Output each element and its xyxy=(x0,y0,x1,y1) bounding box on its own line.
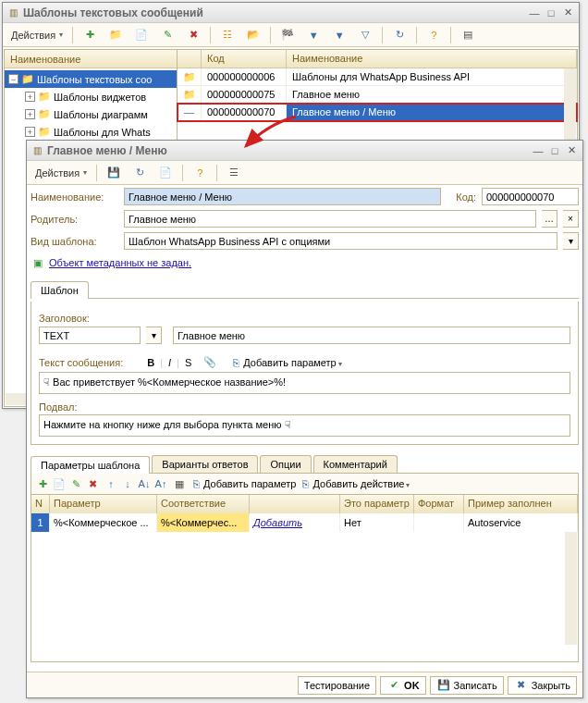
expand-toggle[interactable]: + xyxy=(25,92,35,102)
move-down-button[interactable]: ↓ xyxy=(120,476,135,491)
col-param[interactable]: Параметр xyxy=(50,495,157,513)
param-row[interactable]: 1 %<Коммерческое ... %<Коммерчес... Доба… xyxy=(31,513,578,532)
grid-row[interactable]: 📁000000000075Главное меню xyxy=(178,86,577,104)
filter1-button[interactable]: ▼ xyxy=(301,26,325,44)
help-button[interactable]: ? xyxy=(422,26,446,44)
col-name[interactable]: Наименование xyxy=(287,50,577,68)
move-up-button[interactable]: ↑ xyxy=(104,476,118,491)
save-button[interactable]: 💾Записать xyxy=(430,676,504,695)
tab-template[interactable]: Шаблон xyxy=(31,281,89,299)
add-action-button[interactable]: ⎘Добавить действие▾ xyxy=(298,476,410,491)
col-blank[interactable] xyxy=(250,495,340,513)
subtab[interactable]: Комментарий xyxy=(313,455,398,473)
ptable-v-scroll[interactable] xyxy=(565,532,577,645)
titlebar[interactable]: ▥ Главное меню / Меню — □ ✕ xyxy=(27,141,582,161)
parent-input[interactable]: Главное меню xyxy=(124,210,536,228)
help-button[interactable]: ? xyxy=(188,164,212,182)
cell-fmt[interactable] xyxy=(414,513,464,532)
attach-button[interactable]: 📎 xyxy=(202,355,217,370)
titlebar[interactable]: ▥ Шаблоны текстовых сообщений — □ ✕ xyxy=(3,3,579,23)
row-add-button[interactable]: ✚ xyxy=(35,476,50,491)
type-select[interactable]: Шаблон WhatsApp Business API с опциями xyxy=(124,232,557,250)
folder-icon: 📁 xyxy=(183,87,196,102)
expand-toggle[interactable]: + xyxy=(25,127,35,137)
col-code[interactable]: Код xyxy=(202,50,287,68)
header-type-dd[interactable]: ▾ xyxy=(146,327,162,344)
ok-button[interactable]: ✔OK xyxy=(380,676,426,695)
save-button[interactable]: 💾 xyxy=(102,164,126,182)
subtab[interactable]: Параметры шаблона xyxy=(31,456,150,474)
actions-menu[interactable]: Действия▾ xyxy=(31,164,92,182)
add-param2-button[interactable]: ⎘Добавить параметр xyxy=(189,476,296,491)
expand-toggle[interactable]: + xyxy=(25,109,35,119)
strike-button[interactable]: S xyxy=(185,357,191,368)
edit-button[interactable]: ✎ xyxy=(155,26,179,44)
close-button[interactable]: ✕ xyxy=(564,143,579,158)
cell-example[interactable]: Autoservice xyxy=(464,513,578,532)
row-edit-button[interactable]: ✎ xyxy=(68,476,83,491)
test-button[interactable]: Тестирование xyxy=(298,676,376,695)
name-input[interactable]: Главное меню / Меню xyxy=(124,188,441,205)
col-example[interactable]: Пример заполнен xyxy=(464,495,578,513)
bold-button[interactable]: B xyxy=(147,357,154,368)
actions-menu[interactable]: Действия▾ xyxy=(6,26,67,44)
tree-item[interactable]: +📁Шаблоны диаграмм xyxy=(5,105,177,123)
close-button[interactable]: ✖Закрыть xyxy=(508,676,577,695)
find-button[interactable]: 🏁 xyxy=(276,26,300,44)
grid-row[interactable]: —000000000070Главное меню / Меню xyxy=(178,104,577,121)
panel-button[interactable]: ▤ xyxy=(456,26,480,44)
minimize-button[interactable]: — xyxy=(527,6,542,20)
filter-off-button[interactable]: ▽ xyxy=(353,26,377,44)
header-type-select[interactable]: TEXT xyxy=(39,327,141,344)
row-delete-button[interactable]: ✖ xyxy=(85,476,100,491)
tree-item[interactable]: −📁Шаблоны текстовых соо xyxy=(5,70,177,88)
tree-item[interactable]: +📁Шаблоны для Whats xyxy=(5,123,177,141)
type-dropdown-button[interactable]: ▾ xyxy=(563,232,579,250)
table-button[interactable]: ▦ xyxy=(172,476,187,491)
cell-param[interactable]: %<Коммерческое ... xyxy=(50,513,157,532)
delete-button[interactable]: ✖ xyxy=(181,26,205,44)
col-icon[interactable] xyxy=(178,50,202,68)
message-text-input[interactable]: ☟ Вас приветствует %<Коммерческое назван… xyxy=(39,372,570,394)
x-icon: ✖ xyxy=(514,678,529,693)
add-folder-button[interactable]: 📁 xyxy=(104,26,128,44)
header-value-input[interactable]: Главное меню xyxy=(173,327,570,344)
sort-desc-button[interactable]: A↑ xyxy=(153,476,168,491)
refresh-button[interactable]: ↻ xyxy=(128,164,152,182)
tree-item[interactable]: +📁Шаблоны виджетов xyxy=(5,88,177,105)
col-isparam[interactable]: Это параметр xyxy=(340,495,414,513)
minimize-button[interactable]: — xyxy=(531,143,545,158)
copy-button[interactable]: 📄 xyxy=(153,164,178,182)
hierarchy-button[interactable]: ☷ xyxy=(215,26,239,44)
italic-button[interactable]: I xyxy=(168,357,171,368)
cell-add[interactable]: Добавить xyxy=(250,513,340,532)
parent-select-button[interactable]: … xyxy=(542,210,557,228)
cell-isparam[interactable]: Нет xyxy=(340,513,414,532)
expand-toggle[interactable]: − xyxy=(8,74,18,84)
col-format[interactable]: Формат xyxy=(414,495,464,513)
panel-button[interactable]: ☰ xyxy=(222,164,246,182)
close-button[interactable]: ✕ xyxy=(560,6,575,20)
maximize-button[interactable]: □ xyxy=(544,6,558,20)
row-copy-button[interactable]: 📄 xyxy=(52,476,67,491)
template-tab-body: Заголовок: TEXT ▾ Главное меню Текст соо… xyxy=(31,302,579,445)
tree-header[interactable]: Наименование xyxy=(5,50,177,68)
copy-button[interactable]: 📄 xyxy=(129,26,153,44)
subtab[interactable]: Опции xyxy=(260,455,311,473)
footer-text-input[interactable]: Нажмите на кнопку ниже для выбора пункта… xyxy=(39,414,570,437)
subtab[interactable]: Варианты ответов xyxy=(152,455,258,473)
add-button[interactable]: ✚ xyxy=(78,26,102,44)
add-param-button[interactable]: ⎘Добавить параметр▾ xyxy=(228,355,341,370)
metadata-link[interactable]: Объект метаданных не задан. xyxy=(49,257,191,268)
code-input[interactable]: 000000000070 xyxy=(482,188,579,205)
cell-corr[interactable]: %<Коммерчес... xyxy=(157,513,250,532)
grid-row[interactable]: 📁000000000006Шаблоны для WhatsApp Busine… xyxy=(178,68,577,86)
col-n[interactable]: N xyxy=(31,495,50,513)
refresh-button[interactable]: ↻ xyxy=(387,26,411,44)
col-corr[interactable]: Соответствие xyxy=(157,495,250,513)
parent-clear-button[interactable]: × xyxy=(563,210,579,228)
sort-asc-button[interactable]: A↓ xyxy=(137,476,152,491)
move-button[interactable]: 📂 xyxy=(241,26,265,44)
maximize-button[interactable]: □ xyxy=(547,143,562,158)
filter2-button[interactable]: ▼ xyxy=(327,26,351,44)
